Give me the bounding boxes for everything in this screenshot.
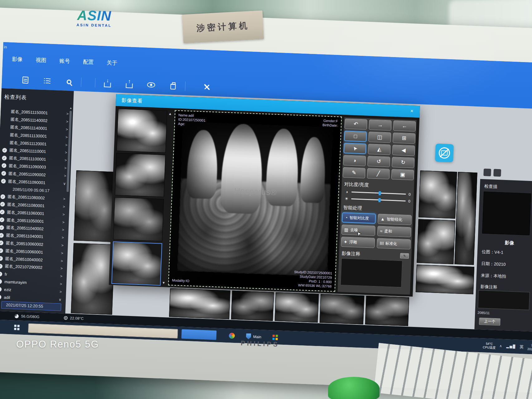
- clock[interactable]: 7:2 2021/: [527, 343, 532, 351]
- brightness-slider[interactable]: [351, 198, 406, 202]
- xray-thumbnail[interactable]: [231, 291, 274, 321]
- smart-button[interactable]: ✦ 浮雕: [341, 237, 375, 248]
- thumb-scroll-up-icon[interactable]: ▲: [168, 112, 172, 115]
- preview-button[interactable]: [140, 78, 162, 92]
- chevron-icon[interactable]: >: [60, 266, 63, 271]
- tool-button[interactable]: ╱: [367, 168, 390, 179]
- tool-button[interactable]: ↺: [367, 156, 390, 167]
- language-indicator[interactable]: 英: [520, 344, 524, 350]
- no-camera-badge[interactable]: [435, 144, 454, 162]
- import-button[interactable]: [96, 76, 118, 90]
- panel-icon-stub[interactable]: [493, 169, 501, 177]
- smart-button[interactable]: ▲ 智能锐化: [378, 214, 412, 225]
- xray-thumbnail[interactable]: [169, 288, 230, 319]
- smart-button[interactable]: ☰ 标准化: [377, 238, 411, 249]
- dialog-thumbnail[interactable]: [115, 153, 166, 197]
- tool-button[interactable]: ✎: [343, 167, 365, 178]
- xray-thumbnail[interactable]: [275, 292, 319, 323]
- tool-button[interactable]: ↶: [345, 119, 367, 130]
- tool-button[interactable]: ▣: [391, 169, 414, 180]
- xray-thumbnail[interactable]: [71, 243, 115, 315]
- chevron-icon[interactable]: >: [65, 143, 68, 147]
- tool-button[interactable]: ↻: [392, 157, 414, 168]
- chevron-icon[interactable]: ∨: [59, 297, 61, 302]
- chevron-icon[interactable]: >: [65, 158, 67, 163]
- panel-icon-stub[interactable]: [483, 168, 491, 176]
- check-icon: ✓: [0, 241, 3, 246]
- chevron-icon[interactable]: >: [66, 112, 69, 116]
- xray-thumbnail[interactable]: [454, 172, 477, 265]
- menu-item[interactable]: 视图: [36, 56, 46, 64]
- xray-thumbnail[interactable]: [418, 170, 457, 218]
- chevron-icon[interactable]: >: [63, 204, 65, 209]
- slider-thumb[interactable]: [379, 191, 381, 195]
- annotation-box[interactable]: [478, 290, 530, 310]
- chevron-icon[interactable]: ∨: [63, 181, 66, 186]
- browser-icon[interactable]: [229, 333, 235, 339]
- xray-viewer[interactable]: Name:adil ID:202107250001 Age: Gender:F …: [168, 110, 342, 292]
- scroll-up-icon[interactable]: ▲: [70, 106, 72, 109]
- report-button[interactable]: [14, 73, 36, 87]
- cpu-widget[interactable]: 54°C CPU温度: [483, 342, 496, 350]
- menu-item[interactable]: 关于: [107, 59, 118, 67]
- chevron-icon[interactable]: >: [65, 135, 68, 139]
- annotation-edit-button[interactable]: ✎: [400, 253, 409, 259]
- xray-thumbnail[interactable]: [416, 265, 474, 294]
- tool-button[interactable]: ◀: [392, 145, 415, 156]
- chevron-icon[interactable]: >: [62, 220, 65, 224]
- tool-button[interactable]: ◭: [368, 144, 391, 155]
- chevron-icon[interactable]: >: [60, 274, 63, 278]
- smart-button[interactable]: ◔ 智能对比度: [342, 212, 376, 224]
- tool-button[interactable]: →: [369, 119, 392, 131]
- dialog-thumbnail-selected[interactable]: [111, 241, 162, 286]
- chevron-icon[interactable]: >: [61, 243, 64, 247]
- contrast-slider[interactable]: [351, 192, 406, 195]
- search-button[interactable]: [58, 75, 80, 89]
- tool-button[interactable]: ◫: [368, 132, 391, 143]
- tool-button[interactable]: ←: [393, 120, 416, 132]
- thumb-scroll-down-icon[interactable]: ▼: [162, 281, 165, 285]
- tray-caret-icon[interactable]: ∧: [499, 344, 503, 348]
- close-icon[interactable]: ×: [409, 108, 416, 114]
- image-preview-box[interactable]: [482, 192, 531, 235]
- tool-button[interactable]: ➤: [344, 143, 366, 154]
- chevron-icon[interactable]: >: [61, 251, 63, 255]
- taskbar-highlighted-app[interactable]: [181, 329, 217, 340]
- dialog-thumbnail[interactable]: [113, 197, 164, 241]
- shield-icon[interactable]: [246, 333, 251, 339]
- tool-button[interactable]: □: [344, 131, 367, 142]
- main-app-label[interactable]: Main: [253, 334, 262, 339]
- chevron-icon[interactable]: >: [64, 166, 67, 170]
- menu-item[interactable]: 配置: [83, 58, 94, 66]
- previous-button[interactable]: 上一个: [479, 318, 501, 326]
- xray-thumbnail[interactable]: [365, 296, 409, 326]
- export-button[interactable]: [118, 77, 140, 91]
- xray-thumbnail[interactable]: [417, 219, 455, 264]
- chevron-icon[interactable]: >: [65, 150, 67, 155]
- smart-button[interactable]: ≈ 柔和: [377, 226, 411, 237]
- menu-item[interactable]: 影像: [12, 56, 23, 63]
- xray-thumbnail[interactable]: [320, 294, 364, 324]
- tray-icons[interactable]: ▂▅█: [506, 344, 516, 348]
- tool-button[interactable]: ⊞: [393, 133, 415, 144]
- chevron-icon[interactable]: >: [63, 197, 65, 201]
- chevron-icon[interactable]: >: [61, 259, 63, 263]
- delete-button[interactable]: [162, 79, 184, 92]
- chevron-icon[interactable]: >: [60, 290, 62, 294]
- dialog-thumbnail[interactable]: [116, 109, 167, 153]
- chevron-icon[interactable]: >: [60, 282, 62, 286]
- list-button[interactable]: [36, 74, 58, 88]
- tool-button[interactable]: ◑: [343, 155, 366, 166]
- chevron-icon[interactable]: >: [66, 119, 69, 124]
- chevron-icon[interactable]: >: [66, 127, 68, 132]
- tools-button[interactable]: [196, 80, 218, 94]
- chevron-icon[interactable]: >: [62, 228, 64, 232]
- start-button[interactable]: [14, 325, 20, 330]
- ms-store-icon[interactable]: [273, 335, 278, 340]
- annotation-box[interactable]: [340, 258, 402, 287]
- chevron-icon[interactable]: >: [62, 212, 65, 217]
- chevron-icon[interactable]: >: [64, 173, 66, 178]
- slider-thumb[interactable]: [378, 198, 380, 202]
- chevron-icon[interactable]: >: [61, 236, 64, 240]
- menu-item[interactable]: 账号: [59, 57, 70, 65]
